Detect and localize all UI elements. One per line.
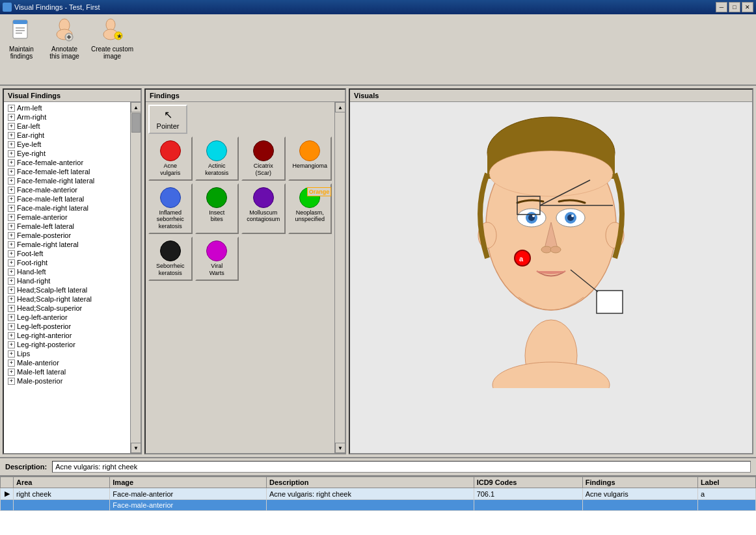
tree-list[interactable]: +Arm-left+Arm-right+Ear-left+Ear-right+E…	[4, 102, 130, 453]
finding-item-molluscum[interactable]: Molluscumcontagiosum	[241, 183, 286, 234]
visuals-content[interactable]: a	[350, 102, 752, 453]
expand-icon[interactable]: +	[8, 378, 15, 385]
pointer-button[interactable]: ↖ Pointer	[148, 105, 187, 134]
tree-item[interactable]: +Face-male-left lateral	[5, 194, 129, 203]
expand-icon[interactable]: +	[8, 314, 15, 321]
tree-item[interactable]: +Leg-left-posterior	[5, 322, 129, 331]
expand-icon[interactable]: +	[8, 159, 15, 166]
minimize-button[interactable]: ─	[716, 2, 727, 12]
tree-item[interactable]: +Male-posterior	[5, 376, 129, 385]
toolbar: Maintainfindings Annotatethis image ★ Cr…	[0, 14, 756, 86]
expand-icon[interactable]: +	[8, 205, 15, 212]
close-button[interactable]: ✕	[742, 2, 753, 12]
expand-icon[interactable]: +	[8, 123, 15, 130]
visual-findings-header: Visual Findings	[4, 90, 141, 102]
scroll-thumb[interactable]	[131, 113, 141, 133]
expand-icon[interactable]: +	[8, 214, 15, 221]
findings-scroll-down[interactable]: ▼	[335, 443, 345, 453]
tree-item[interactable]: +Female-left lateral	[5, 222, 129, 231]
tree-scrollbar[interactable]: ▲ ▼	[130, 102, 141, 453]
tree-item[interactable]: +Eye-right	[5, 149, 129, 158]
expand-icon[interactable]: +	[8, 232, 15, 239]
tree-item[interactable]: +Face-female-anterior	[5, 158, 129, 167]
tree-item-label: Arm-right	[17, 113, 46, 121]
visuals-header: Visuals	[350, 90, 752, 102]
tree-item[interactable]: +Arm-right	[5, 112, 129, 122]
tree-item[interactable]: +Foot-right	[5, 258, 129, 267]
annotate-image-button[interactable]: Annotatethis image	[48, 17, 81, 60]
finding-item-actinic-keratosis[interactable]: Actinickeratosis	[195, 137, 239, 181]
tree-item[interactable]: +Face-male-right lateral	[5, 203, 129, 213]
tree-item[interactable]: +Hand-left	[5, 267, 129, 276]
finding-item-hemangioma[interactable]: Hemangioma	[288, 137, 332, 181]
findings-scrollbar[interactable]: ▲ ▼	[334, 102, 345, 453]
expand-icon[interactable]: +	[8, 168, 15, 176]
finding-label-actinic-keratosis: Actinickeratosis	[205, 163, 228, 177]
table-row[interactable]: ▶ right cheek Face-male-anterior Acne vu…	[1, 488, 756, 500]
expand-icon[interactable]: +	[8, 369, 15, 376]
expand-icon[interactable]: +	[8, 259, 15, 267]
tree-item-label: Face-female-left lateral	[17, 168, 90, 176]
expand-icon[interactable]: +	[8, 305, 15, 312]
tree-item[interactable]: +Eye-left	[5, 140, 129, 149]
expand-icon[interactable]: +	[8, 296, 15, 303]
tree-item[interactable]: +Leg-left-anterior	[5, 313, 129, 322]
expand-icon[interactable]: +	[8, 350, 15, 358]
expand-icon[interactable]: +	[8, 114, 15, 121]
tree-item[interactable]: +Male-anterior	[5, 358, 129, 367]
tree-item-label: Lips	[17, 350, 30, 358]
expand-icon[interactable]: +	[8, 141, 15, 148]
tree-item[interactable]: +Arm-left	[5, 103, 129, 112]
findings-header: Findings	[146, 90, 345, 102]
finding-item-insect-bites[interactable]: Insectbites	[195, 183, 239, 234]
tree-item[interactable]: +Head;Scalp-left lateral	[5, 285, 129, 294]
create-custom-label: Create customimage	[91, 46, 133, 60]
tree-item[interactable]: +Lips	[5, 349, 129, 358]
expand-icon[interactable]: +	[8, 105, 15, 112]
tree-item[interactable]: +Face-female-left lateral	[5, 167, 129, 176]
expand-icon[interactable]: +	[8, 250, 15, 257]
expand-icon[interactable]: +	[8, 150, 15, 157]
tree-item[interactable]: +Leg-right-posterior	[5, 340, 129, 349]
expand-icon[interactable]: +	[8, 132, 15, 139]
tree-item[interactable]: +Head;Scalp-superior	[5, 304, 129, 313]
expand-icon[interactable]: +	[8, 359, 15, 367]
expand-icon[interactable]: +	[8, 287, 15, 294]
tree-item[interactable]: +Male-left lateral	[5, 367, 129, 376]
tree-item[interactable]: +Ear-right	[5, 131, 129, 140]
tree-item[interactable]: +Female-posterior	[5, 231, 129, 240]
findings-grid: AcnevulgarisActinickeratosisCicatrix(Sca…	[148, 137, 332, 281]
restore-button[interactable]: □	[729, 2, 740, 12]
create-custom-button[interactable]: ★ Create customimage	[91, 17, 133, 60]
tree-item[interactable]: +Ear-left	[5, 122, 129, 131]
finding-item-viral-warts[interactable]: ViralWarts	[195, 237, 239, 281]
tree-item[interactable]: +Female-right lateral	[5, 240, 129, 249]
scroll-up-button[interactable]: ▲	[131, 102, 141, 112]
expand-icon[interactable]: +	[8, 341, 15, 348]
tree-item[interactable]: +Foot-left	[5, 249, 129, 258]
expand-icon[interactable]: +	[8, 268, 15, 276]
expand-icon[interactable]: +	[8, 241, 15, 248]
expand-icon[interactable]: +	[8, 177, 15, 185]
tree-item[interactable]: +Leg-right-anterior	[5, 331, 129, 340]
expand-icon[interactable]: +	[8, 278, 15, 285]
tree-item[interactable]: +Face-male-anterior	[5, 185, 129, 194]
maintain-findings-button[interactable]: Maintainfindings	[5, 17, 38, 60]
scroll-down-button[interactable]: ▼	[131, 443, 141, 453]
expand-icon[interactable]: +	[8, 196, 15, 203]
expand-icon[interactable]: +	[8, 332, 15, 339]
tree-item[interactable]: +Female-anterior	[5, 213, 129, 222]
finding-item-neoplasm[interactable]: Orange Neoplasm,unspecified	[288, 183, 332, 234]
tree-item[interactable]: +Face-female-right lateral	[5, 176, 129, 185]
expand-icon[interactable]: +	[8, 223, 15, 230]
tree-item[interactable]: +Head;Scalp-right lateral	[5, 294, 129, 304]
expand-icon[interactable]: +	[8, 187, 15, 194]
finding-item-inflamed-seborrheic[interactable]: Inflamedseborrheickeratosis	[148, 183, 193, 234]
finding-item-acne-vulgaris[interactable]: Acnevulgaris	[148, 137, 193, 181]
finding-item-seborrheic-keratosis[interactable]: Seborrheickeratosis	[148, 237, 193, 281]
table-row[interactable]: Face-male-anterior	[1, 500, 756, 511]
tree-item[interactable]: +Hand-right	[5, 276, 129, 285]
expand-icon[interactable]: +	[8, 323, 15, 330]
findings-scroll-up[interactable]: ▲	[335, 102, 345, 112]
finding-item-cicatrix[interactable]: Cicatrix(Scar)	[241, 137, 286, 181]
